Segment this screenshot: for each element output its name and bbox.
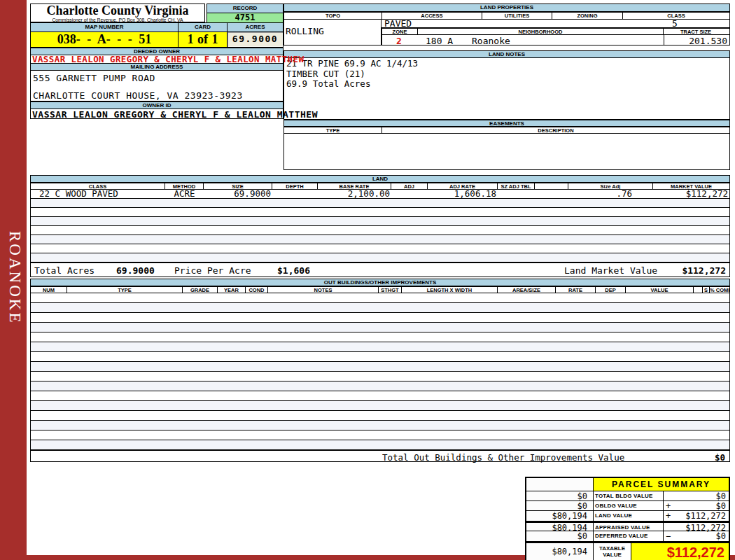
land-row-market-value: $112,272 bbox=[653, 190, 729, 198]
land-row-size: 69.9000 bbox=[204, 190, 272, 198]
parcel-summary: PARCEL SUMMARY $0 TOTAL BLDG VALUE $0 $0… bbox=[525, 477, 730, 560]
land-col-base-rate: BASE RATE bbox=[318, 183, 391, 189]
map-number-label: MAP NUMBER bbox=[30, 22, 178, 32]
utilities-label: UTILITIES bbox=[482, 13, 552, 19]
owner-id-label: OWNER ID bbox=[30, 102, 284, 109]
land-market-value: $112,272 bbox=[682, 265, 726, 276]
easements-empty-box bbox=[284, 134, 730, 170]
district-vertical-label: ROANOKE bbox=[4, 231, 24, 336]
ps-value: $0 bbox=[673, 501, 729, 510]
land-row-method: ACRE bbox=[165, 190, 204, 198]
price-per-acre-label: Price Per Acre bbox=[174, 265, 251, 276]
land-col-class: CLASS bbox=[31, 183, 165, 189]
parcel-summary-row: $0 TOTAL BLDG VALUE $0 bbox=[526, 491, 729, 501]
parcel-summary-row: $80,194 APPRAISED VALUE $112,272 bbox=[526, 522, 729, 531]
land-table-header: CLASS METHOD SIZE DEPTH BASE RATE ADJ AD… bbox=[30, 183, 730, 190]
ps-row-label: TOTAL BLDG VALUE bbox=[594, 491, 664, 500]
card-value: 1 of 1 bbox=[178, 32, 227, 48]
out-buildings-total-row: Total Out Buildings & Other Improvements… bbox=[30, 450, 730, 462]
ob-col-sthgt: STHGT bbox=[379, 287, 402, 293]
ps-header-blank-cell bbox=[526, 478, 594, 491]
out-buildings-label: OUT BUILDINGS/OTHER IMPROVEMENTS bbox=[30, 279, 730, 286]
zone-header-row: ZONE NEIGHBORHOOD TRACT SIZE bbox=[382, 28, 730, 35]
ob-col-year: YEAR bbox=[218, 287, 246, 293]
parcel-summary-header-row: PARCEL SUMMARY bbox=[526, 478, 729, 491]
address-line-1: 555 GARNETT PUMP ROAD bbox=[33, 74, 155, 83]
zone-label: ZONE bbox=[382, 29, 418, 34]
ob-col-value: VALUE bbox=[626, 287, 694, 293]
ps-sign: − bbox=[664, 531, 673, 541]
card-label: CARD bbox=[178, 22, 227, 32]
ps-prior-value: $80,194 bbox=[526, 511, 594, 521]
land-col-adj: ADJ bbox=[391, 183, 428, 189]
land-col-method: METHOD bbox=[165, 183, 204, 189]
ps-row-label: APPRAISED VALUE bbox=[594, 523, 664, 531]
taxable-value-row: $80,194 TAXABLE VALUE $112,272 bbox=[526, 542, 729, 560]
land-row-adj-rate: 1,606.18 bbox=[428, 190, 498, 198]
access-row: PAVED 5 bbox=[382, 20, 730, 28]
ps-prior-value: $0 bbox=[526, 531, 594, 541]
ob-col-dep: DEP bbox=[596, 287, 626, 293]
land-table-row: 22 C WOOD PAVED ACRE 69.9000 2,100.00 1,… bbox=[30, 190, 730, 199]
ps-sign bbox=[664, 491, 673, 500]
ps-sign: + bbox=[664, 501, 673, 510]
county-title: Charlotte County Virginia bbox=[31, 4, 204, 18]
land-col-depth: DEPTH bbox=[272, 183, 318, 189]
map-number-value: 038- - A- - - 51 bbox=[30, 32, 178, 48]
ps-prior-value: $80,194 bbox=[526, 523, 594, 531]
land-col-blank bbox=[535, 183, 568, 189]
parcel-summary-title: PARCEL SUMMARY bbox=[593, 478, 729, 491]
commissioner-line: Commissioner of the Revenue, PO Box 308,… bbox=[31, 18, 204, 22]
land-row-blank bbox=[535, 190, 568, 198]
land-section-label: LAND bbox=[30, 175, 730, 183]
neighborhood-code: 180 A bbox=[426, 36, 453, 46]
parcel-summary-row: $0 OBLDG VALUE + $0 bbox=[526, 501, 729, 511]
land-notes-box: 21 TR PINE 69.9 AC 1/4/13 TIMBER CUT (21… bbox=[284, 58, 730, 120]
ob-col-length-width: LENGTH X WIDTH bbox=[402, 287, 498, 293]
out-buildings-header: NUM TYPE GRADE YEAR COND NOTES STHGT LEN… bbox=[30, 286, 730, 293]
land-note-line: 69.9 Total Acres bbox=[286, 79, 729, 90]
land-row-adj bbox=[391, 190, 428, 198]
ps-sign bbox=[664, 523, 673, 531]
tract-size-value: 201.530 bbox=[689, 36, 727, 46]
acres-value: 69.9000 bbox=[227, 32, 284, 48]
mailing-address-box: 555 GARNETT PUMP ROAD CHARLOTTE COURT HO… bbox=[30, 71, 284, 102]
owner-id-value: VASSAR LEALON GREGORY & CHERYL F & LEALO… bbox=[30, 109, 284, 119]
land-row-sz-adj-tbl bbox=[498, 190, 535, 198]
ps-value: $112,272 bbox=[673, 523, 729, 531]
land-row-class: 22 C WOOD PAVED bbox=[31, 190, 165, 198]
total-acres-value: 69.9000 bbox=[116, 265, 155, 276]
deeded-owner-value: VASSAR LEALON GREGORY & CHERYL F & LEALO… bbox=[30, 55, 284, 63]
address-line-2: CHARLOTTE COURT HOUSE, VA 23923-3923 bbox=[33, 91, 243, 100]
ob-total-value: $0 bbox=[715, 452, 725, 463]
land-totals-row: Total Acres 69.9000 Price Per Acre $1,60… bbox=[30, 262, 730, 277]
total-acres-label: Total Acres bbox=[34, 265, 94, 276]
ob-col-num: NUM bbox=[31, 287, 67, 293]
land-row-depth bbox=[272, 190, 318, 198]
neighborhood-name: Roanoke bbox=[472, 36, 510, 46]
land-note-line: 21 TR PINE 69.9 AC 1/4/13 bbox=[286, 59, 729, 69]
ps-row-label: OBLDG VALUE bbox=[594, 501, 664, 510]
topo-label: TOPO bbox=[284, 13, 382, 19]
ps-prior-value: $0 bbox=[526, 491, 594, 500]
taxable-value: $112,272 bbox=[631, 543, 729, 560]
county-title-box: Charlotte County Virginia Commissioner o… bbox=[30, 4, 205, 22]
ps-row-label: DEFERRED VALUE bbox=[594, 531, 664, 541]
ob-col-rate: RATE bbox=[556, 287, 596, 293]
tract-size-cell: 201.530 bbox=[664, 35, 730, 45]
topo-value: ROLLING bbox=[284, 20, 382, 46]
ps-value: $0 bbox=[673, 491, 729, 500]
ob-col-type: TYPE bbox=[67, 287, 183, 293]
access-value: PAVED bbox=[384, 19, 412, 28]
easement-type-label: TYPE bbox=[284, 127, 382, 133]
record-value: 4751 bbox=[206, 13, 284, 23]
taxable-value-label: TAXABLE VALUE bbox=[594, 543, 631, 560]
out-buildings-empty-rows bbox=[30, 293, 730, 450]
easements-header-row: TYPE DESCRIPTION bbox=[284, 127, 730, 134]
zone-value: 2 bbox=[396, 36, 402, 46]
land-col-adj-rate: ADJ RATE bbox=[428, 183, 498, 189]
property-record-card: ROANOKE Charlotte County Virginia Commis… bbox=[0, 0, 735, 560]
class-value: 5 bbox=[672, 19, 678, 28]
acres-label: ACRES bbox=[227, 22, 284, 32]
land-col-size-adj: Size Adj bbox=[568, 183, 653, 189]
